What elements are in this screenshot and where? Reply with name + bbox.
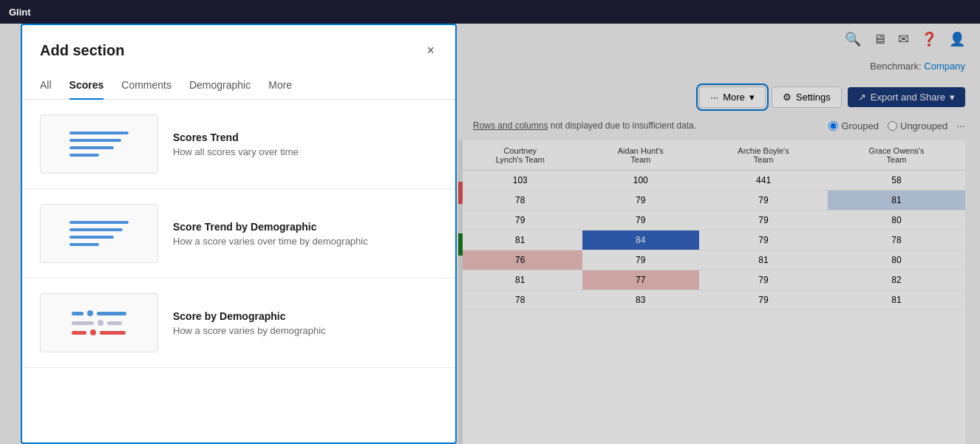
scores-trend-info: Scores Trend How all scores vary over ti… (173, 132, 438, 157)
icon-bar-1 (72, 312, 84, 315)
score-demographic-desc: How a score varies by demographic (173, 325, 438, 336)
tab-more[interactable]: More (268, 73, 292, 100)
icon-line-2 (69, 228, 123, 231)
score-trend-demographic-desc: How a score varies over time by demograp… (173, 236, 438, 247)
top-bar: Glint (0, 0, 980, 24)
tab-demographic[interactable]: Demographic (189, 73, 251, 100)
icon-bar-2 (97, 312, 126, 315)
add-section-modal: Add section × All Scores Comments Demogr… (21, 24, 457, 444)
score-trend-demographic-name: Score Trend by Demographic (173, 221, 438, 233)
scores-trend-icon (62, 124, 136, 164)
icon-line-2 (69, 139, 121, 142)
score-trend-demographic-item[interactable]: Score Trend by Demographic How a score v… (22, 189, 455, 279)
icon-dot-1 (87, 310, 93, 316)
score-trend-demographic-icon-box (40, 204, 158, 263)
score-demographic-icon (63, 301, 135, 344)
icon-bar-3 (72, 321, 94, 325)
scores-trend-icon-box (40, 115, 158, 174)
scores-trend-desc: How all scores vary over time (173, 146, 438, 157)
icon-line-3 (69, 146, 114, 149)
icon-line-1 (69, 132, 129, 134)
icon-dot-2 (98, 320, 103, 326)
modal-close-button[interactable]: × (423, 40, 438, 61)
icon-line-4 (69, 154, 99, 157)
modal-content: Scores Trend How all scores vary over ti… (22, 100, 455, 443)
modal-title: Add section (40, 42, 124, 59)
tab-comments[interactable]: Comments (121, 73, 171, 100)
scores-trend-name: Scores Trend (173, 132, 438, 143)
icon-line-4 (69, 243, 99, 246)
icon-bar-6 (100, 331, 126, 335)
icon-row-1 (72, 310, 126, 316)
icon-line-3 (69, 236, 114, 239)
score-demographic-item[interactable]: Score by Demographic How a score varies … (22, 279, 455, 368)
icon-dot-3 (90, 329, 96, 335)
scores-trend-item[interactable]: Scores Trend How all scores vary over ti… (22, 100, 455, 189)
score-demographic-info: Score by Demographic How a score varies … (173, 310, 438, 336)
app-title: Glint (9, 7, 31, 18)
icon-row-2 (72, 320, 126, 326)
tab-all[interactable]: All (40, 73, 52, 100)
icon-bar-5 (72, 331, 86, 335)
icon-row-3 (72, 329, 126, 335)
score-demographic-name: Score by Demographic (173, 310, 438, 322)
modal-tabs: All Scores Comments Demographic More (22, 73, 455, 100)
score-trend-demographic-info: Score Trend by Demographic How a score v… (173, 221, 438, 247)
modal-header: Add section × (22, 25, 455, 73)
score-trend-demographic-icon (62, 214, 136, 253)
icon-bar-4 (107, 321, 122, 325)
score-demographic-icon-box (40, 293, 158, 352)
tab-scores[interactable]: Scores (69, 73, 104, 100)
icon-line-1 (69, 221, 129, 224)
